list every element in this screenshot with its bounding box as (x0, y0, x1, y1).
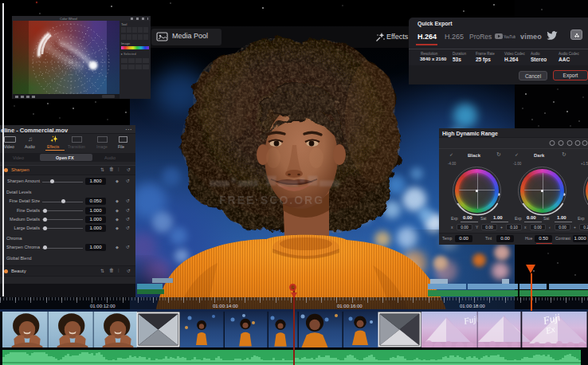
svg-text:YouTube: YouTube (504, 35, 515, 39)
